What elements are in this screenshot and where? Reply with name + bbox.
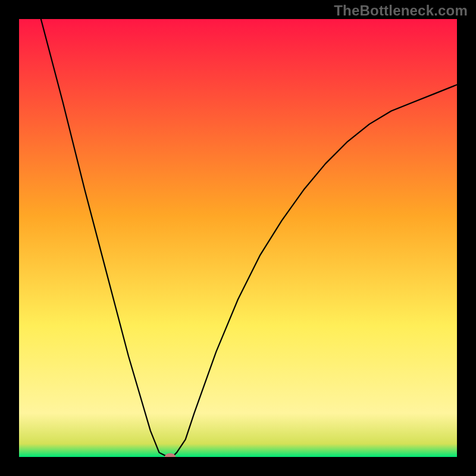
chart-frame: TheBottleneck.com [0,0,476,476]
gradient-background [19,19,457,457]
watermark-text: TheBottleneck.com [334,2,468,19]
plot-area [19,19,457,457]
chart-svg [19,19,457,457]
